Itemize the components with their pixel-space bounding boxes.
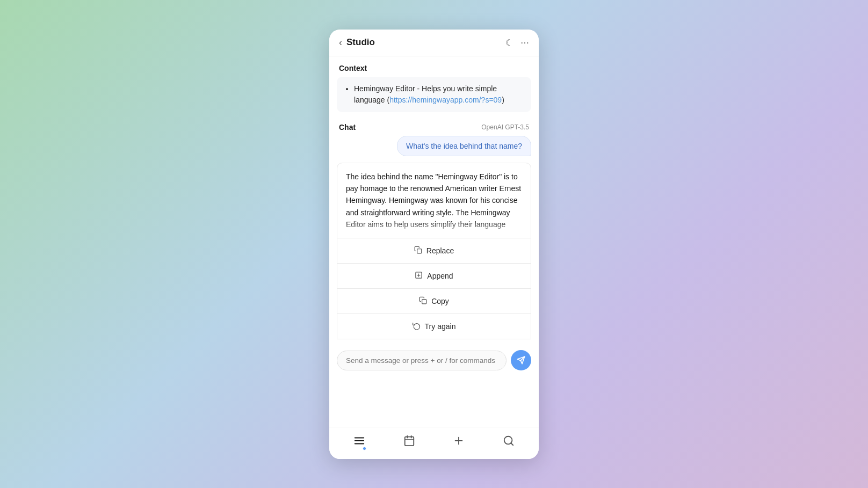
append-icon [415, 271, 423, 281]
dark-mode-icon[interactable]: ☾ [505, 38, 513, 48]
nav-list-icon[interactable] [353, 435, 365, 449]
bottom-nav [329, 427, 539, 459]
chat-model: OpenAI GPT-3.5 [481, 123, 529, 131]
copy-icon [419, 296, 427, 306]
retry-icon [413, 322, 421, 331]
input-bar [329, 345, 539, 376]
svg-rect-4 [422, 300, 426, 304]
chat-header: Chat OpenAI GPT-3.5 [329, 120, 539, 136]
action-buttons-group: Replace Append Copy Try again [337, 238, 531, 339]
copy-button[interactable]: Copy [337, 288, 531, 314]
header-right: ☾ ⋯ [505, 38, 529, 48]
header-left: ‹ Studio [339, 37, 375, 48]
nav-dot [363, 447, 366, 450]
user-message-container: What's the idea behind that name? [329, 136, 539, 163]
copy-label: Copy [431, 297, 449, 305]
more-options-icon[interactable]: ⋯ [520, 38, 529, 48]
ai-response-box: The idea behind the name "Hemingway Edit… [337, 163, 531, 239]
page-title: Studio [346, 37, 375, 48]
svg-rect-0 [417, 249, 421, 253]
ai-response-text: The idea behind the name "Hemingway Edit… [346, 172, 521, 229]
back-button[interactable]: ‹ [339, 37, 342, 48]
try-again-label: Try again [425, 322, 456, 331]
message-input[interactable] [337, 351, 507, 370]
nav-calendar-icon[interactable] [403, 435, 415, 449]
send-button[interactable] [511, 350, 531, 370]
phone-card: ‹ Studio ☾ ⋯ Context Hemingway Editor - … [329, 30, 539, 459]
context-link[interactable]: https://hemingwayapp.com/?s=09 [389, 96, 502, 104]
svg-rect-10 [405, 436, 414, 446]
chat-label: Chat [339, 123, 356, 132]
replace-icon [414, 246, 422, 256]
header: ‹ Studio ☾ ⋯ [329, 30, 539, 56]
context-suffix: ) [502, 96, 504, 104]
replace-button[interactable]: Replace [337, 238, 531, 263]
context-label: Context [329, 56, 539, 77]
context-box: Hemingway Editor - Helps you write simpl… [337, 77, 531, 112]
append-button[interactable]: Append [337, 263, 531, 288]
nav-add-icon[interactable] [453, 435, 465, 449]
nav-search-icon[interactable] [503, 435, 515, 449]
try-again-button[interactable]: Try again [337, 314, 531, 339]
user-bubble: What's the idea behind that name? [397, 136, 531, 156]
append-label: Append [427, 272, 453, 280]
replace-label: Replace [426, 246, 454, 255]
svg-line-17 [511, 443, 513, 445]
